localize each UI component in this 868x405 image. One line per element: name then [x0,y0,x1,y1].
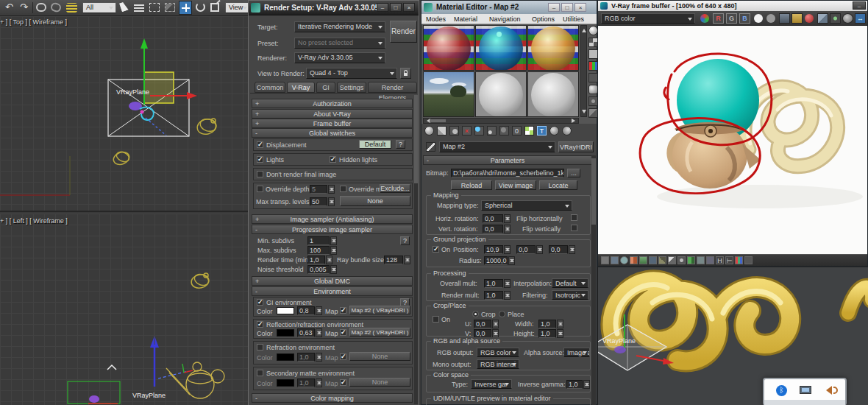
fb-footer-icon[interactable] [658,256,666,264]
scroll-up-arrow[interactable] [582,27,586,32]
blue-channel-button[interactable]: B [739,13,750,24]
slots-hscrollbar[interactable] [423,118,579,124]
bitmap-path-field[interactable]: D:\работа\hdri\monte_scherbelino_1k.hdr [451,169,564,177]
refl-mult-field[interactable]: 0,63 [297,328,315,337]
refl-map-checkbox[interactable] [340,329,346,336]
width-field[interactable]: 1,0 [538,320,556,328]
gi-map-checkbox[interactable] [340,307,346,314]
duplicate-buffer-icon[interactable] [817,13,828,24]
red-channel-button[interactable]: R [713,13,724,24]
fb-footer-icon[interactable] [630,256,638,264]
material-type-button[interactable]: VRayHDRI [558,141,594,152]
fb-footer-icon[interactable] [687,256,695,264]
rollout-parameters[interactable]: -Parameters [423,155,592,165]
horiz-rotation-field[interactable]: 0,0 [483,214,503,223]
go-forward-icon[interactable] [562,126,572,135]
crop-radio[interactable] [472,311,479,317]
fb-footer-icon[interactable] [620,256,628,264]
render-setup-scrollbar[interactable] [414,95,418,404]
assign-to-selection-icon[interactable] [449,126,459,135]
u-field[interactable]: 0,0 [474,320,491,328]
rollout-authorization[interactable]: +Authorization [252,99,413,108]
matte-map-checkbox[interactable] [340,379,346,386]
rgb-wheel-icon[interactable] [700,14,709,23]
rotate-tool-icon[interactable] [196,2,205,12]
height-spinner[interactable] [557,329,563,338]
orbit-icon[interactable] [842,13,853,24]
rollout-about-vray[interactable]: +About V-Ray [252,109,413,119]
ground-plane-outline[interactable] [68,381,120,404]
place-radio[interactable] [499,311,505,317]
link-icon[interactable] [36,3,46,12]
fb-footer-icon[interactable] [735,256,743,264]
minimize-button[interactable]: – [377,3,388,12]
redo-icon[interactable]: ↷ [18,1,30,14]
tab-gi[interactable]: GI [316,82,335,93]
override-none-button[interactable]: None [340,196,410,206]
render-time-spinner[interactable] [326,256,332,264]
noise-threshold-spinner[interactable] [330,265,337,274]
matte-map-button[interactable]: None [349,378,410,387]
inverse-gamma-field[interactable]: 1,0 [566,380,583,389]
lock-view-button[interactable] [400,68,411,79]
overall-mult-field[interactable]: 1,0 [484,279,503,288]
scroll-right-arrow[interactable] [572,119,577,123]
viewport-left[interactable]: [ + ] [ Left ] [ Wireframe ] [0,214,248,405]
override-mtl-checkbox[interactable] [340,186,346,192]
fb-footer-icon[interactable] [677,256,686,264]
interpolation-dropdown[interactable]: Default [552,278,588,288]
refl-mult-spinner[interactable] [316,328,322,337]
material-editor-scrollbar[interactable] [591,155,596,405]
filtering-dropdown[interactable]: Isotropic [552,290,588,300]
rollout-image-sampler[interactable]: +Image sampler (Antialiasing) [252,214,413,224]
preset-dropdown[interactable]: No preset selected [294,38,385,49]
exclude-button[interactable]: Exclude... [380,184,410,193]
inverse-gamma-spinner[interactable] [583,380,590,389]
refr-env-checkbox[interactable] [257,344,263,351]
material-slot-1[interactable] [423,25,474,71]
render-mult-spinner[interactable] [504,291,511,300]
render-setup-titlebar[interactable]: Render Setup: V-Ray Adv 3.30.05 – □ × [249,1,419,15]
menu-modes[interactable]: Modes [426,15,446,23]
undo-icon[interactable]: ↶ [3,1,15,14]
override-depth-field[interactable]: 5 [310,185,327,194]
menu-utilities[interactable]: Utilities [563,15,584,23]
spline-shape[interactable] [196,117,218,136]
displacement-help-button[interactable]: ? [396,140,405,149]
rgb-output-dropdown[interactable]: RGB color [477,348,519,357]
max-subdivs-spinner[interactable] [330,246,337,255]
rollout-frame-buffer[interactable]: +Frame buffer [252,119,413,128]
rollout-progressive[interactable]: -Progressive image sampler [252,225,413,234]
scale-tool-icon[interactable] [210,3,219,12]
show-end-result-icon[interactable]: T [537,126,547,135]
viewport-top[interactable]: [ + ] [ Top ] [ Wireframe ] VRayPlane [0,16,248,212]
material-id-icon[interactable]: 0 [512,126,522,135]
load-image-icon[interactable] [791,13,803,24]
gi-color-swatch[interactable] [277,307,294,314]
put-to-library-icon[interactable] [487,126,497,135]
matte-env-checkbox[interactable] [257,370,263,376]
move-tool-icon[interactable] [179,1,192,15]
frame-buffer-titlebar[interactable]: V-Ray frame buffer - [100% of 640 x 480]… [598,1,867,11]
target-dropdown[interactable]: Iterative Rendering Mode [294,21,385,32]
flip-v-checkbox[interactable] [571,225,577,231]
fb-footer-icon[interactable] [601,256,609,264]
lights-checkbox[interactable] [257,156,263,163]
position-z-spinner[interactable] [569,245,575,254]
tab-common[interactable]: Common [255,82,285,93]
displacement-default-button[interactable]: Default [359,140,391,149]
view-to-render-dropdown[interactable]: Quad 4 - Top [306,68,397,79]
cs-type-dropdown[interactable]: Inverse gar [471,379,512,389]
reload-button[interactable]: Reload [451,180,492,190]
select-by-name-icon[interactable] [134,3,144,12]
get-material-icon[interactable] [424,126,434,135]
fb-footer-icon[interactable] [639,256,647,264]
maximize-button[interactable]: □ [561,3,573,12]
overall-mult-spinner[interactable] [504,279,511,288]
crop-on-checkbox[interactable] [433,316,439,323]
ray-bundle-field[interactable]: 128 [384,256,403,264]
position-y-spinner[interactable] [536,245,543,254]
u-spinner[interactable] [492,320,499,328]
z-axis-gizmo[interactable] [107,309,159,387]
refr-mult-spinner[interactable] [316,353,322,362]
